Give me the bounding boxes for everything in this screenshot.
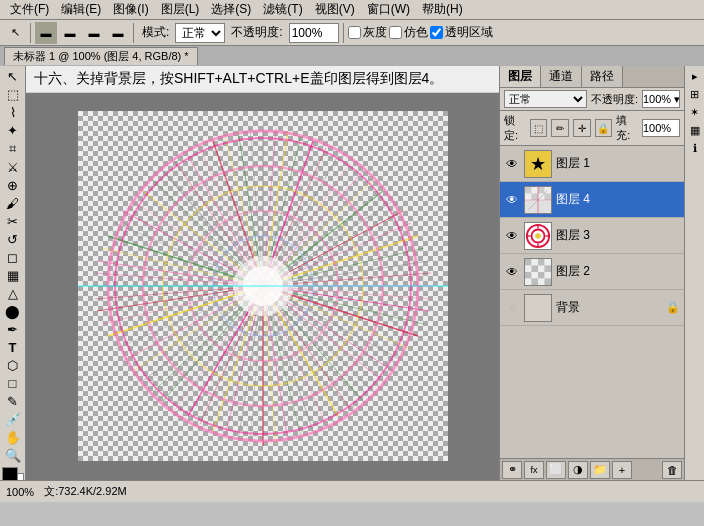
lock-all-btn[interactable]: 🔒 <box>595 119 613 137</box>
tool-move[interactable]: ↖ <box>2 68 24 85</box>
tool-dodge[interactable]: ⬤ <box>2 303 24 320</box>
menu-help[interactable]: 帮助(H) <box>416 1 469 18</box>
tool-marquee1[interactable]: ▬ <box>35 22 57 44</box>
tool-magic-wand[interactable]: ✦ <box>2 122 24 139</box>
tool-arrow[interactable]: ↖ <box>4 22 26 44</box>
svg-rect-116 <box>532 278 539 285</box>
opacity-label: 不透明度: <box>591 92 638 107</box>
tool-marquee4[interactable]: ▬ <box>107 22 129 44</box>
adjustment-layer-btn[interactable]: ◑ <box>568 461 588 479</box>
svg-rect-103 <box>525 259 532 266</box>
tool-shape[interactable]: □ <box>2 375 24 392</box>
checkbox-transparency[interactable]: 透明区域 <box>430 24 493 41</box>
tool-brush[interactable]: 🖌 <box>2 195 24 212</box>
menu-edit[interactable]: 编辑(E) <box>55 1 107 18</box>
tool-pen[interactable]: ✒ <box>2 321 24 338</box>
layer-item-2[interactable]: 👁 <box>500 254 684 290</box>
mini-btn-1[interactable]: ▸ <box>687 68 703 84</box>
tool-path-select[interactable]: ⬡ <box>2 357 24 374</box>
svg-rect-117 <box>538 278 545 285</box>
tool-gradient[interactable]: ▦ <box>2 267 24 284</box>
layer-eye-4[interactable]: 👁 <box>504 192 520 208</box>
layer-item-1[interactable]: 👁 ★ 图层 1 <box>500 146 684 182</box>
menu-window[interactable]: 窗口(W) <box>361 1 416 18</box>
tab-channels[interactable]: 通道 <box>541 66 582 87</box>
menu-image[interactable]: 图像(I) <box>107 1 154 18</box>
tool-clone[interactable]: ✂ <box>2 213 24 230</box>
tool-blur[interactable]: △ <box>2 285 24 302</box>
tool-crop[interactable]: ⌗ <box>2 140 24 158</box>
svg-rect-109 <box>538 265 545 272</box>
lock-position-btn[interactable]: ✛ <box>573 119 591 137</box>
layer-style-btn[interactable]: fx <box>524 461 544 479</box>
menu-select[interactable]: 选择(S) <box>205 1 257 18</box>
tool-eyedropper[interactable]: 💉 <box>2 411 24 428</box>
layer-item-3[interactable]: 👁 图层 3 <box>500 218 684 254</box>
svg-rect-86 <box>525 193 532 200</box>
link-layers-btn[interactable]: ⚭ <box>502 461 522 479</box>
layer-eye-3[interactable]: 👁 <box>504 228 520 244</box>
checkbox-dither[interactable]: 仿色 <box>389 24 428 41</box>
menu-view[interactable]: 视图(V) <box>309 1 361 18</box>
mode-select[interactable]: 正常 <box>175 23 225 43</box>
menu-file[interactable]: 文件(F) <box>4 1 55 18</box>
layer-eye-2[interactable]: 👁 <box>504 264 520 280</box>
lock-transparent-btn[interactable]: ⬚ <box>530 119 548 137</box>
opacity-label: 不透明度: <box>231 24 282 41</box>
layer-eye-bg[interactable]: ○ <box>504 300 520 316</box>
fill-label: 填充: <box>616 113 638 143</box>
zoom-level: 100% <box>6 486 34 498</box>
mini-btn-2[interactable]: ⊞ <box>687 86 703 102</box>
menubar: 文件(F) 编辑(E) 图像(I) 图层(L) 选择(S) 滤镜(T) 视图(V… <box>0 0 704 20</box>
new-layer-btn[interactable]: + <box>612 461 632 479</box>
mini-btn-5[interactable]: ℹ <box>687 140 703 156</box>
checkbox-grayscale[interactable]: 灰度 <box>348 24 387 41</box>
fg-color-swatch[interactable] <box>2 467 18 480</box>
add-mask-btn[interactable]: ⬜ <box>546 461 566 479</box>
tool-eraser[interactable]: ◻ <box>2 249 24 266</box>
mini-btn-3[interactable]: ✶ <box>687 104 703 120</box>
tool-rect-select[interactable]: ⬚ <box>2 86 24 103</box>
tool-hand[interactable]: ✋ <box>2 429 24 446</box>
checkbox-grayscale-input[interactable] <box>348 26 361 39</box>
tool-slice[interactable]: ⚔ <box>2 159 24 176</box>
layer-item-bg[interactable]: ○ 背景 🔒 <box>500 290 684 326</box>
checkbox-transparency-input[interactable] <box>430 26 443 39</box>
menu-filter[interactable]: 滤镜(T) <box>257 1 308 18</box>
tab-layers[interactable]: 图层 <box>500 66 541 87</box>
opacity-input[interactable] <box>289 23 339 43</box>
tool-marquee2[interactable]: ▬ <box>59 22 81 44</box>
layer-group-btn[interactable]: 📁 <box>590 461 610 479</box>
layer-item-4[interactable]: 👁 <box>500 182 684 218</box>
tool-history-brush[interactable]: ↺ <box>2 231 24 248</box>
mini-btn-4[interactable]: ▦ <box>687 122 703 138</box>
canvas-wrapper <box>26 93 499 479</box>
toolbar-sep3 <box>343 23 344 43</box>
lock-label: 锁定: <box>504 113 526 143</box>
svg-rect-110 <box>545 265 552 272</box>
tool-heal[interactable]: ⊕ <box>2 177 24 194</box>
lock-image-btn[interactable]: ✏ <box>551 119 569 137</box>
layer-eye-1[interactable]: 👁 <box>504 156 520 172</box>
tool-notes[interactable]: ✎ <box>2 393 24 410</box>
tool-marquee3[interactable]: ▬ <box>83 22 105 44</box>
svg-rect-83 <box>532 187 539 194</box>
opacity-value-input[interactable] <box>642 90 680 108</box>
svg-rect-118 <box>545 278 552 285</box>
checkbox-dither-input[interactable] <box>389 26 402 39</box>
toolbar-sep2 <box>133 23 134 43</box>
tool-text[interactable]: T <box>2 339 24 356</box>
layer-mode-select[interactable]: 正常 <box>504 90 587 108</box>
layer-thumb-1: ★ <box>524 150 552 178</box>
svg-rect-112 <box>532 272 539 279</box>
document-tab[interactable]: 未标器 1 @ 100% (图层 4, RGB/8) * <box>4 47 198 65</box>
fill-value-input[interactable] <box>642 119 680 137</box>
svg-rect-113 <box>538 272 545 279</box>
delete-layer-btn[interactable]: 🗑 <box>662 461 682 479</box>
tool-zoom[interactable]: 🔍 <box>2 447 24 464</box>
layer-thumb-3 <box>524 222 552 250</box>
layer-name-1: 图层 1 <box>556 155 680 172</box>
tab-paths[interactable]: 路径 <box>582 66 623 87</box>
menu-layer[interactable]: 图层(L) <box>155 1 206 18</box>
tool-lasso[interactable]: ⌇ <box>2 104 24 121</box>
